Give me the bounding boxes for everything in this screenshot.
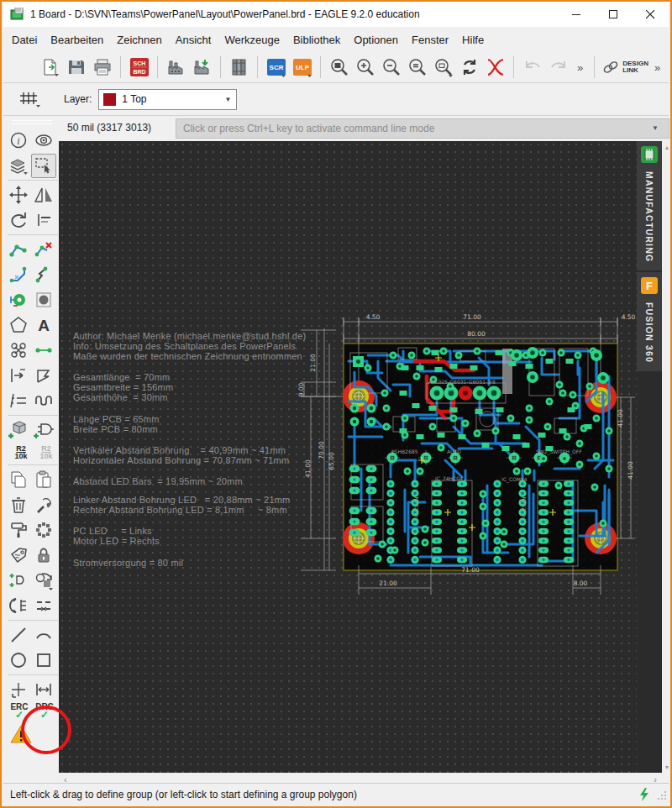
refresh-button[interactable]: [456, 55, 482, 80]
mirror-tool[interactable]: [31, 183, 56, 207]
save-button[interactable]: [63, 55, 89, 80]
layer-dropdown[interactable]: 1 Top ▼: [98, 89, 237, 110]
name-tool[interactable]: [31, 208, 56, 233]
rotate-tool[interactable]: [6, 208, 31, 233]
add-symbol-tool[interactable]: [6, 569, 31, 593]
label-tool[interactable]: [6, 543, 31, 568]
toolbar-separator: [220, 56, 221, 78]
minimize-button[interactable]: [558, 2, 595, 27]
value-button[interactable]: R210k: [8, 443, 34, 463]
zoom-redraw-button[interactable]: [430, 55, 456, 80]
command-history-chevron[interactable]: ▼: [652, 124, 659, 132]
board-annotation-line: Horizontaler Abstand Bohrung = 70,87mm ~…: [73, 455, 289, 465]
measure-tool[interactable]: [31, 678, 56, 702]
menu-ansicht[interactable]: Ansicht: [169, 29, 218, 50]
paste-tool[interactable]: [31, 468, 56, 492]
menu-werkzeuge[interactable]: Werkzeuge: [218, 29, 286, 50]
menu-zeichnen[interactable]: Zeichnen: [110, 29, 168, 50]
scr-script-button[interactable]: SCR: [263, 55, 289, 80]
value-button-disabled[interactable]: R210k: [34, 443, 59, 463]
drc-button[interactable]: DRC✓: [32, 702, 57, 719]
vertical-scrollbar[interactable]: ▲ ▼: [662, 141, 672, 773]
menu-bibliothek[interactable]: Bibliothek: [286, 29, 347, 50]
undo-button[interactable]: [519, 55, 545, 80]
toolbar-overflow-chevron[interactable]: »: [571, 61, 589, 74]
move-tool[interactable]: [6, 183, 31, 207]
side-tab-manufacturing[interactable]: MANUFACTURING: [637, 141, 662, 270]
change-tool[interactable]: [31, 493, 56, 517]
polygon-tool[interactable]: [6, 313, 31, 338]
redo-button[interactable]: [545, 55, 571, 80]
board-canvas[interactable]: 4.5071.004.5080.0021.009.0041.0070.0065.…: [59, 141, 637, 773]
dimension-tool[interactable]: [6, 364, 31, 388]
paint-tool[interactable]: [6, 518, 31, 543]
sch-brd-switch-button[interactable]: SCHBRD: [126, 55, 152, 80]
zoom-fit-button[interactable]: [326, 55, 352, 80]
replace-tool[interactable]: [31, 569, 56, 593]
meander-tool[interactable]: [31, 389, 56, 413]
ulp-button[interactable]: ULP: [289, 55, 315, 80]
scroll-down-arrow[interactable]: ▼: [662, 761, 672, 773]
grid-settings-button[interactable]: [13, 87, 45, 112]
command-line-input[interactable]: [176, 118, 669, 139]
menu-datei[interactable]: Datei: [5, 29, 44, 50]
warning-icon[interactable]: [10, 724, 59, 748]
via-tool[interactable]: [6, 288, 31, 312]
ratsnest-tool[interactable]: [6, 338, 31, 363]
optimize-tool[interactable]: [31, 594, 56, 618]
design-link-overflow-chevron[interactable]: »: [648, 61, 666, 74]
new-file-button[interactable]: [37, 55, 63, 80]
signal-tool[interactable]: [31, 338, 56, 363]
menu-bearbeiten[interactable]: Bearbeiten: [44, 29, 110, 50]
svg-text:9.00: 9.00: [297, 382, 305, 396]
pad-tool[interactable]: [31, 288, 56, 312]
layer-settings-tool[interactable]: [6, 154, 31, 178]
close-button[interactable]: [632, 2, 669, 27]
info-tool[interactable]: i: [6, 129, 31, 153]
toolbar-grip[interactable]: [12, 120, 52, 127]
copy-tool[interactable]: [6, 468, 31, 492]
menu-optionen[interactable]: Optionen: [347, 29, 405, 50]
side-tab-fusion-360[interactable]: FFUSION 360: [637, 272, 662, 371]
menu-fenster[interactable]: Fenster: [405, 29, 455, 50]
group-select-tool[interactable]: [31, 154, 56, 178]
smash-tool[interactable]: [31, 364, 56, 388]
add-part-tool[interactable]: [6, 418, 31, 443]
delete-wire-tool[interactable]: [31, 238, 56, 262]
eye-show-tool[interactable]: [31, 129, 56, 153]
miter-tool[interactable]: [6, 263, 31, 287]
rect-tool[interactable]: [31, 648, 56, 673]
add-gate-tool[interactable]: [31, 418, 56, 443]
route-wire-tool[interactable]: [6, 238, 31, 262]
board-annotation-line: Abstand LED Bars = 19,95mm ~ 20mm: [73, 476, 243, 486]
status-bar: Left-click & drag to define group (or le…: [3, 783, 669, 805]
cam-output-button[interactable]: [189, 55, 215, 80]
ripup-tool[interactable]: [31, 263, 56, 287]
zoom-select-button[interactable]: [404, 55, 430, 80]
brd-file-icon: [10, 8, 25, 21]
menu-hilfe[interactable]: Hilfe: [455, 29, 491, 50]
delete-tool[interactable]: [6, 493, 31, 517]
group-edit-tool[interactable]: [31, 518, 56, 543]
resize-grip[interactable]: [657, 789, 669, 800]
maximize-button[interactable]: [595, 2, 632, 27]
zoom-in-button[interactable]: [352, 55, 378, 80]
text-tool[interactable]: A: [31, 313, 56, 338]
library-button[interactable]: [226, 55, 252, 80]
print-button[interactable]: [89, 55, 115, 80]
zoom-out-button[interactable]: [378, 55, 404, 80]
mixed-signals-button[interactable]: [482, 55, 508, 80]
net-class-tool[interactable]: [6, 389, 31, 413]
lock-tool[interactable]: [31, 543, 56, 568]
pinswap-tool[interactable]: [6, 594, 31, 618]
line-tool[interactable]: [6, 623, 31, 648]
palette-separator: [8, 234, 58, 235]
arc-tool[interactable]: [31, 623, 56, 648]
design-link-button[interactable]: DESIGN LINK: [601, 58, 648, 76]
mark-tool[interactable]: [6, 678, 31, 702]
cam-processor-button[interactable]: [163, 55, 189, 80]
circle-tool[interactable]: [6, 648, 31, 673]
scroll-up-arrow[interactable]: ▲: [662, 141, 672, 153]
svg-text:BRD: BRD: [133, 69, 145, 75]
erc-button[interactable]: ERC✓: [7, 702, 32, 719]
